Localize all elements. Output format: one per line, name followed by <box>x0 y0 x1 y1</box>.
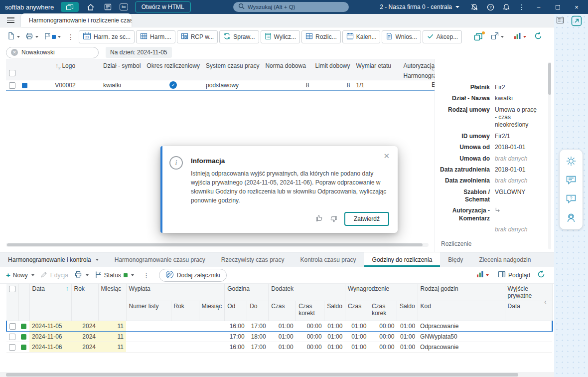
row-checkbox-cell[interactable] <box>6 342 18 353</box>
more-columns-chevron[interactable]: ‹ <box>432 65 434 72</box>
cell-dodatek-czas[interactable]: 01:00 <box>269 342 296 353</box>
cell-od[interactable]: 17:00 <box>225 332 247 342</box>
row-checkbox-cell[interactable] <box>6 332 18 342</box>
row-checkbox[interactable] <box>9 344 15 351</box>
cell-logo[interactable]: V00002 <box>30 80 100 90</box>
cell-kod[interactable]: GNWyplata50 <box>418 332 505 342</box>
column-header-system[interactable]: System czasu pracy <box>203 59 262 80</box>
rcp-button[interactable]: RCP w... <box>177 30 218 43</box>
cell-wyn-saldo[interactable]: 01:00 <box>397 321 418 332</box>
cell-miesiac[interactable]: 11 <box>98 342 126 353</box>
cell-data[interactable]: 2024-11-06 <box>29 342 71 353</box>
cell-wyn-korekt[interactable]: 00:00 <box>369 332 397 342</box>
vscrollbar-thumb[interactable] <box>548 63 551 95</box>
chat-button[interactable] <box>564 173 579 188</box>
app-switcher-button[interactable] <box>61 2 79 12</box>
cell-wyn-korekt[interactable]: 00:00 <box>369 321 397 332</box>
open-external-button[interactable] <box>571 15 582 28</box>
global-search-input[interactable] <box>248 4 344 10</box>
cell-do[interactable]: 17:00 <box>247 321 269 332</box>
cell-system[interactable]: podstawowy <box>203 80 262 90</box>
tab-godziny-do-rozliczenia[interactable]: Godziny do rozliczenia <box>364 252 441 267</box>
cell-wymiar[interactable]: 1/1 <box>353 80 400 90</box>
select-all-checkbox[interactable] <box>9 70 15 76</box>
toolbar-more-button[interactable]: ⋮ <box>64 33 77 41</box>
select-all-header[interactable] <box>6 284 18 321</box>
cell-numer-listy[interactable] <box>126 332 171 342</box>
column-header-czas2[interactable]: Czas <box>345 301 369 321</box>
tab-zlecenia-nadgodzin[interactable]: Zlecenia nadgodzin <box>471 252 539 267</box>
column-header-rok[interactable]: Rok <box>71 284 98 321</box>
wnioski-button[interactable]: Wnios... <box>382 30 421 43</box>
wylicz-button[interactable]: Wylicz... <box>261 30 300 43</box>
cell-dodatek-czas[interactable]: 01:00 <box>269 332 296 342</box>
cell-kod[interactable]: Odpracowanie <box>418 321 505 332</box>
column-header-kod[interactable]: Kod <box>418 301 505 321</box>
cell-od[interactable]: 16:00 <box>225 342 247 353</box>
cell-okres[interactable]: ✓ <box>144 80 203 90</box>
hours-row[interactable]: 2024-11-06 2024 11 17:00 18:00 01:00 00:… <box>6 332 552 342</box>
column-header-logo[interactable]: ↑2Logo <box>30 59 100 80</box>
row-checkbox-cell[interactable] <box>6 321 18 332</box>
bc-badge-button[interactable]: bc <box>120 3 128 10</box>
support-agent-button[interactable] <box>564 210 579 225</box>
cell-norma[interactable]: 8 <box>262 80 312 90</box>
hscrollbar-thumb[interactable] <box>7 243 423 246</box>
cell-rok[interactable]: 2024 <box>71 342 98 353</box>
row-checkbox-cell[interactable] <box>6 80 19 90</box>
cell-dodatek-saldo[interactable]: 01:00 <box>324 321 345 332</box>
close-button[interactable]: × <box>570 0 583 14</box>
column-header-limit[interactable]: Limit dobowy <box>312 59 353 80</box>
cell-miesiac2[interactable] <box>199 342 225 353</box>
hours-row[interactable]: 2024-11-05 2024 11 16:00 17:00 01:00 00:… <box>6 321 552 332</box>
column-header-do[interactable]: Do <box>247 301 269 321</box>
help-chat-button[interactable]: ? <box>564 191 579 206</box>
add-attachments-button[interactable]: Dodaj załączniki <box>159 269 227 282</box>
row-checkbox[interactable] <box>9 334 15 340</box>
column-header-wymiar[interactable]: Wymiar etatu <box>353 59 400 80</box>
new-row-button[interactable]: + Nowy <box>6 271 34 279</box>
cell-numer-listy[interactable] <box>126 321 171 332</box>
cell-dodatek-korekt[interactable]: 00:00 <box>296 342 324 353</box>
cell-rok2[interactable] <box>171 332 199 342</box>
column-header-okres[interactable]: Okres rozliczeniowy <box>144 59 203 80</box>
chart-button[interactable] <box>474 269 491 282</box>
tab-rzeczywisty-czas-pracy[interactable]: Rzeczywisty czas pracy <box>213 252 293 267</box>
row-status-button[interactable]: Status <box>95 271 134 280</box>
harmonogram-button[interactable]: Harm.... <box>136 30 175 43</box>
panel-list-button[interactable] <box>556 16 564 25</box>
news-button[interactable] <box>103 2 113 12</box>
more-options-button[interactable]: ⋮ <box>517 3 526 11</box>
cell-miesiac[interactable]: 11 <box>98 321 126 332</box>
cell-wyjscie-data[interactable] <box>505 342 552 353</box>
select-all-checkbox[interactable] <box>9 286 15 292</box>
tab-harmonogramowanie[interactable]: Harmonogramowanie i rozliczenie czas <box>21 13 132 27</box>
rozliczenie-button[interactable]: Rozlic... <box>301 30 341 43</box>
cell-data[interactable]: 2024-11-05 <box>29 321 71 332</box>
row-checkbox[interactable] <box>9 82 15 89</box>
confirm-button[interactable]: Zatwierdź <box>344 212 389 226</box>
kalendarz-button[interactable]: Kalen... <box>342 30 381 43</box>
global-search[interactable] <box>233 2 349 12</box>
main-menu-button[interactable] <box>0 13 21 27</box>
cell-miesiac2[interactable] <box>199 321 225 332</box>
cell-wyn-czas[interactable]: 01:00 <box>345 332 369 342</box>
company-selector[interactable]: 2 - Nasza firma 0 - centrala <box>380 3 459 10</box>
column-header-dzial[interactable]: Dział - symbol <box>100 59 144 80</box>
as-of-date-chip[interactable]: Na dzień: 2024-11-05 <box>106 47 172 58</box>
cell-do[interactable]: 18:00 <box>247 332 269 342</box>
cell-dodatek-saldo[interactable]: 01:00 <box>324 332 345 342</box>
thumbs-up-icon[interactable] <box>315 214 323 223</box>
cell-rok2[interactable] <box>171 342 199 353</box>
column-header-saldo[interactable]: Saldo <box>324 301 345 321</box>
help-button[interactable]: ? <box>485 2 495 12</box>
cell-wyn-czas[interactable]: 01:00 <box>345 321 369 332</box>
cell-limit[interactable]: 8 <box>312 80 353 90</box>
cell-od[interactable]: 16:00 <box>225 321 247 332</box>
column-header-miesiac2[interactable]: Miesiąc <box>199 301 225 321</box>
hscrollbar-thumb[interactable] <box>6 373 518 377</box>
assistant-button[interactable] <box>564 154 579 169</box>
clear-search-icon[interactable]: ✕ <box>11 49 18 56</box>
akceptacja-button[interactable]: Akcep... <box>423 30 462 43</box>
comment-corner-arrow-icon[interactable] <box>495 208 501 215</box>
